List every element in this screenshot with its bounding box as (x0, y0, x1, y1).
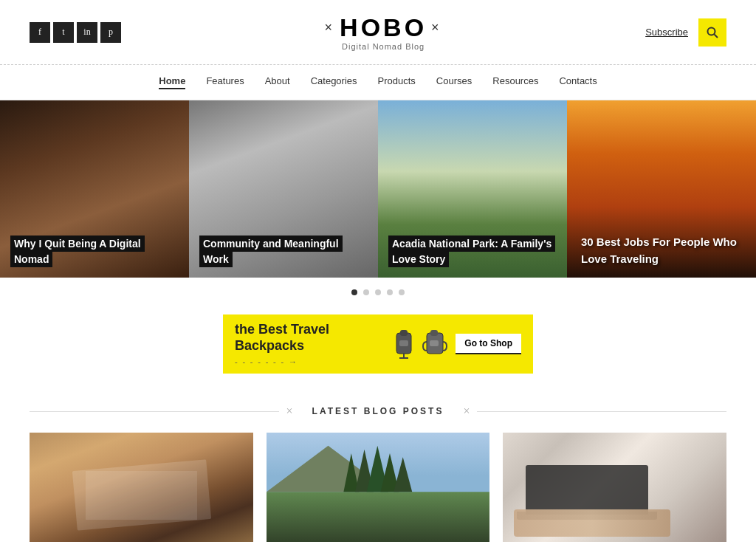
hero-slide-4[interactable]: 30 Best Jobs For People Who Love Traveli… (567, 100, 756, 278)
dot-1[interactable] (351, 289, 357, 295)
slide-2-title-box: Community and Meaningful Work (199, 236, 368, 267)
banner-title: the Best TravelBackpacks (235, 322, 383, 354)
blog-card-2[interactable] (267, 433, 490, 542)
banner-icons (391, 327, 448, 361)
slide-3-title: Acadia National Park: A Family's Love St… (388, 236, 555, 267)
logo-x-left: × (325, 20, 336, 35)
promo-banner[interactable]: the Best TravelBackpacks - - - - - - - →… (223, 314, 533, 374)
logo-x-right: × (431, 20, 442, 35)
search-icon (706, 26, 719, 39)
svg-rect-11 (267, 492, 490, 542)
backpack-icon-2 (420, 327, 448, 361)
logo-text: HOBO (340, 13, 427, 42)
section-title: LATEST BLOG POSTS (300, 406, 456, 416)
blog-card-2-image (267, 433, 490, 542)
svg-point-0 (708, 27, 715, 35)
facebook-icon[interactable]: f (30, 22, 50, 43)
svg-rect-9 (430, 340, 439, 346)
svg-rect-8 (430, 330, 438, 336)
dot-2[interactable] (363, 289, 369, 295)
slide-1-title-box: Why I Quit Being A Digital Nomad (10, 236, 179, 267)
header-right: Subscribe (645, 18, 726, 47)
hero-slide-2[interactable]: Community and Meaningful Work (189, 100, 378, 278)
slide-4-title: 30 Best Jobs For People Who Love Traveli… (577, 233, 740, 267)
site-header: f t in p × HOBO × Digital Nomad Blog Sub… (0, 0, 756, 65)
dot-3[interactable] (375, 289, 381, 295)
subscribe-button[interactable]: Subscribe (645, 27, 688, 38)
main-nav: Home Features About Categories Products … (0, 65, 756, 100)
shop-button[interactable]: Go to Shop (456, 334, 521, 354)
slide-2-title: Community and Meaningful Work (199, 236, 343, 267)
svg-line-1 (715, 34, 718, 38)
dot-4[interactable] (387, 289, 393, 295)
svg-rect-4 (399, 340, 408, 346)
logo: × HOBO × Digital Nomad Blog (325, 13, 442, 51)
social-icons: f t in p (30, 22, 121, 43)
section-line-left (30, 411, 279, 412)
slider-dots (0, 278, 756, 307)
logo-title[interactable]: × HOBO × (325, 13, 442, 42)
dot-5[interactable] (399, 289, 405, 295)
slide-4-title-box: 30 Best Jobs For People Who Love Traveli… (577, 234, 746, 267)
blog-card-1[interactable] (30, 433, 253, 542)
search-button[interactable] (698, 18, 726, 47)
twitter-icon[interactable]: t (53, 22, 74, 43)
blog-card-1-image (30, 433, 253, 542)
logo-subtitle: Digital Nomad Blog (325, 42, 442, 51)
banner-area: the Best TravelBackpacks - - - - - - - →… (0, 307, 756, 391)
svg-rect-3 (400, 330, 408, 336)
hero-slide-3[interactable]: Acadia National Park: A Family's Love St… (378, 100, 567, 278)
nav-courses[interactable]: Courses (436, 75, 472, 89)
nav-about[interactable]: About (265, 75, 290, 89)
hero-slide-1[interactable]: Why I Quit Being A Digital Nomad (0, 100, 189, 278)
slide-1-title: Why I Quit Being A Digital Nomad (10, 236, 145, 267)
pinterest-icon[interactable]: p (100, 22, 121, 43)
banner-text-area: the Best TravelBackpacks - - - - - - - → (235, 322, 383, 365)
slide-3-title-box: Acadia National Park: A Family's Love St… (388, 236, 557, 267)
nav-products[interactable]: Products (378, 75, 416, 89)
section-line-right (477, 411, 726, 412)
section-header: × LATEST BLOG POSTS × (0, 391, 756, 433)
nav-categories[interactable]: Categories (311, 75, 357, 89)
banner-dashes: - - - - - - - → (235, 357, 383, 366)
nav-resources[interactable]: Resources (492, 75, 538, 89)
nav-home[interactable]: Home (159, 75, 185, 89)
nav-features[interactable]: Features (206, 75, 244, 89)
nav-contacts[interactable]: Contacts (559, 75, 597, 89)
blog-card-3-image (503, 433, 726, 542)
blog-grid (0, 433, 756, 550)
backpack-icon-1 (391, 327, 417, 361)
section-x-left: × (286, 405, 293, 418)
hero-slider: Why I Quit Being A Digital Nomad Communi… (0, 100, 756, 278)
section-x-right: × (463, 405, 470, 418)
blog-card-3[interactable] (503, 433, 726, 542)
instagram-icon[interactable]: in (77, 22, 97, 43)
